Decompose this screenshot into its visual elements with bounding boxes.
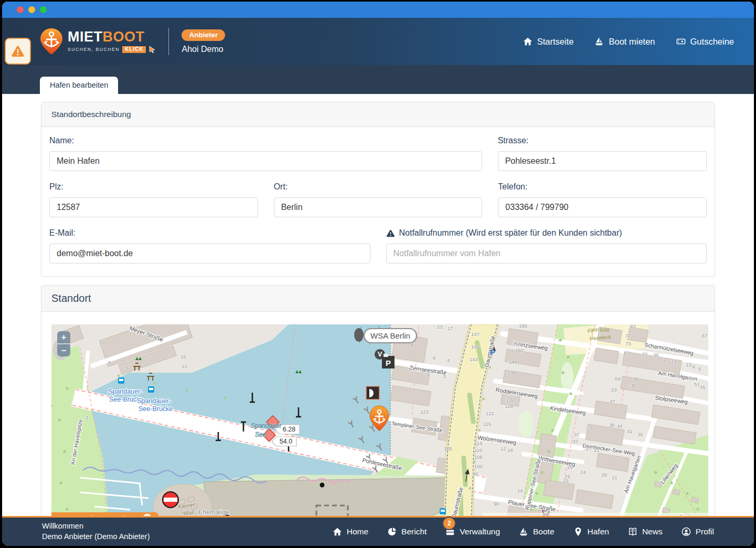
notfall-label-text: Notfallrufnummer (Wird erst später für d… [399,228,622,238]
app-header: MIETBOOT SUCHEN, BUCHEN KLICK Anbieter A… [2,18,754,65]
map-label: 44 [617,423,623,429]
map-label: 128 [505,403,513,409]
nav-startseite[interactable]: Startseite [523,37,574,47]
map-label: WSA Berlin [370,331,410,340]
map-label: 27 [663,356,669,362]
close-button[interactable] [17,6,24,13]
footer-nav-home[interactable]: Home [333,527,368,536]
warning-fab-button[interactable] [5,38,31,65]
app-logo[interactable]: MIETBOOT SUCHEN, BUCHEN KLICK [40,28,156,55]
map-label: 38 [609,422,615,428]
news-icon [628,527,637,536]
footer-nav-verwaltung[interactable]: 2 Verwaltung [445,527,500,536]
footer-nav-profil[interactable]: Profil [682,527,714,536]
map-label: 15 [563,478,569,483]
map-label: V [378,350,382,358]
tab-hafen-bearbeiten[interactable]: Hafen bearbeiten [40,77,118,94]
map-label: 143 [470,356,478,362]
map-label: 21 [612,475,617,480]
map-label: 67 [702,333,708,339]
map-label: 123 [420,409,429,415]
map-pin-icon [573,527,583,536]
email-input[interactable] [49,244,370,264]
map-label: 67 [624,350,630,356]
map-label: 29 [601,472,607,478]
map-label: See-Brücke [139,405,173,413]
map-label: 27 [586,446,592,451]
map-label: 138 [507,370,516,375]
map-label: 17 [448,325,453,331]
name-input[interactable] [49,151,482,171]
brand-klick-box: KLICK [122,46,146,53]
app-window: MIETBOOT SUCHEN, BUCHEN KLICK Anbieter A… [2,2,754,546]
telefon-label: Telefon: [498,182,707,192]
footer-nav-news[interactable]: News [628,527,663,536]
footer-nav-label: Profil [696,527,714,536]
role-badge: Anbieter [182,29,225,41]
section-title-standortbeschreibung: Standortbeschreibung [41,102,715,127]
footer-nav-label: Verwaltung [460,527,500,536]
telefon-input[interactable] [498,197,707,217]
map-label: 8 [108,360,111,365]
map-label: 10 [99,340,105,345]
ort-label: Ort: [274,182,483,192]
map-label: Spandauer [251,422,282,429]
map-label: 41 [627,428,633,434]
fullscreen-button[interactable] [40,6,47,13]
map-label: 6.28 [283,426,295,433]
footer-nav-boote[interactable]: Boote [519,527,555,536]
map-label: 5 [427,371,430,377]
map-label: 13 [182,363,187,369]
plz-label: Plz: [49,182,258,192]
nav-label: Startseite [537,37,574,47]
section-title-standort: Standort [41,286,715,312]
map-label: 4 [447,357,450,363]
strasse-label: Strasse: [498,136,707,145]
map-label: 60 [674,372,680,378]
brand-tagline: SUCHEN, BUCHEN [68,47,120,52]
header-nav: Startseite Boot mieten Gutscheine [523,37,734,47]
map-label: Spandauer- [108,388,142,395]
map-label: 147 [471,331,480,337]
minimize-button[interactable] [28,6,35,13]
map-label: 8 [410,342,413,348]
map[interactable]: Meyer-StraßeZernseestraßeBeetzseewegRödd… [51,324,708,516]
map-label: 51 [694,381,700,387]
map-label: P [386,359,391,367]
footer-nav-label: Hafen [588,527,609,536]
map-label: 37 [574,431,580,437]
map-label: 45 [700,384,706,390]
voucher-icon [676,37,686,46]
strasse-input[interactable] [498,151,707,171]
footer-nav-label: Bericht [401,527,427,536]
ort-input[interactable] [274,197,483,217]
map-label: Wall [183,509,195,516]
map-label: 32 [589,425,595,430]
map-label: See [255,431,267,438]
map-label: 116 [483,421,491,427]
map-label: 14 [517,488,523,493]
map-label: 3 [443,373,445,379]
impressum-label: Impressum | Datenschutz [51,514,139,516]
info-icon: i [143,514,152,516]
nav-label: Boot mieten [609,37,655,47]
map-label: 7 [408,367,410,373]
zoom-in-button[interactable]: + [57,331,70,343]
zoom-out-button[interactable]: − [57,344,70,356]
plz-input[interactable] [49,197,258,217]
map-label: 110 [474,447,482,453]
notfall-input[interactable] [386,244,707,264]
map-label: 106 [474,454,483,460]
map-label: 21 [671,359,677,364]
map-label: 24 [580,469,586,475]
footer-nav-bericht[interactable]: Bericht [387,527,427,536]
nav-gutscheine[interactable]: Gutscheine [676,37,734,47]
footer-nav-label: Home [347,527,368,536]
map-label: 5 [698,366,701,372]
impressum-button[interactable]: Impressum | Datenschutz i [51,512,158,516]
map-label: 33 [572,438,578,444]
footer-nav-hafen[interactable]: Hafen [573,527,609,536]
welcome-text: Willkommen Demo Anbieter (Demo Anbieter) [42,521,150,542]
map-label: 132 [506,397,515,403]
nav-boot-mieten[interactable]: Boot mieten [594,37,655,47]
